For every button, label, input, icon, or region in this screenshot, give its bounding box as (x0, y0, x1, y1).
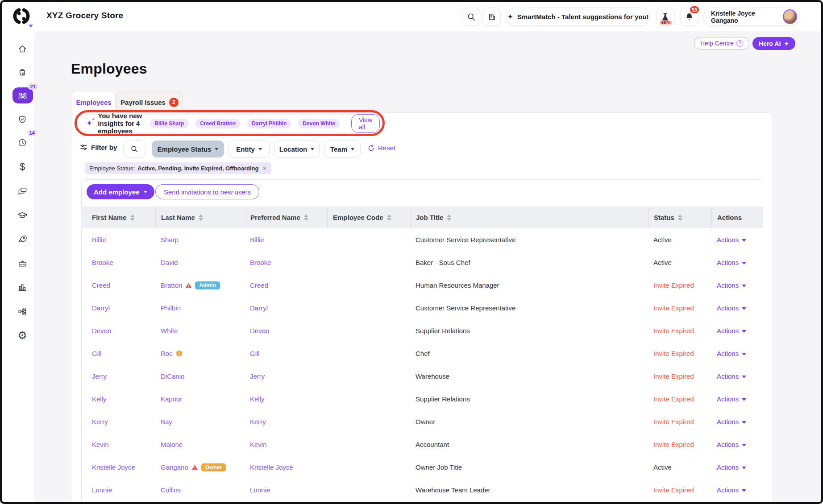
employee-preferred-name-link[interactable]: Kristelle Joyce (250, 463, 293, 471)
filter-employee-status[interactable]: Employee Status (152, 140, 224, 157)
row-actions-menu[interactable]: Actions (717, 441, 746, 448)
view-all-button[interactable]: View all (351, 114, 380, 133)
remove-filter-icon[interactable]: ✕ (262, 165, 267, 172)
employee-preferred-name-link[interactable]: Kevin (250, 441, 267, 448)
column-header-employee-code[interactable]: Employee Code (327, 207, 410, 228)
employee-last-name-link[interactable]: Bay (161, 418, 172, 426)
labs-button[interactable]: BETA (656, 8, 674, 26)
filter-entity[interactable]: Entity (229, 140, 270, 157)
employee-first-name-link[interactable]: Brooke (92, 259, 113, 266)
filter-reset-button[interactable]: Reset (368, 144, 395, 152)
send-invitations-button[interactable]: Send invitations to new users (155, 184, 259, 199)
row-actions-menu[interactable]: Actions (717, 395, 746, 403)
filter-team[interactable]: Team (324, 140, 361, 157)
column-header-job-title[interactable]: Job Title (410, 207, 648, 228)
employee-last-name-link[interactable]: Bratton (161, 281, 182, 289)
sidebar-item-benefits[interactable] (12, 254, 32, 272)
employee-first-name-link[interactable]: Jerry (92, 372, 107, 380)
column-header-first-name[interactable]: First Name (81, 207, 155, 228)
sidebar-item-messages[interactable] (12, 182, 32, 200)
employee-preferred-name-link[interactable]: Creed (250, 281, 268, 289)
sort-icon[interactable] (130, 215, 135, 221)
sort-icon[interactable] (199, 215, 203, 221)
row-actions-menu[interactable]: Actions (717, 372, 746, 380)
sort-icon[interactable] (387, 215, 391, 221)
row-actions-menu[interactable]: Actions (717, 418, 746, 426)
employee-last-name-link[interactable]: DiCanio (161, 372, 184, 380)
employee-last-name-link[interactable]: Malone (161, 441, 183, 448)
row-actions-menu[interactable]: Actions (717, 304, 746, 312)
employee-preferred-name-link[interactable]: Kelly (250, 395, 265, 403)
insight-chip[interactable]: Devon White (298, 119, 340, 128)
insight-chip[interactable]: Creed Bratton (195, 119, 240, 128)
company-switch-button[interactable] (482, 8, 501, 26)
cell-actions: Actions (711, 297, 763, 319)
tab-payroll-issues[interactable]: Payroll Issues 2 (116, 91, 183, 113)
row-actions-menu[interactable]: Actions (717, 463, 746, 471)
row-actions-menu[interactable]: Actions (717, 327, 746, 335)
row-actions-menu[interactable]: Actions (717, 259, 746, 266)
sidebar-item-shop[interactable] (12, 63, 32, 81)
employee-preferred-name-link[interactable]: Darryl (250, 304, 268, 312)
sidebar-item-home[interactable] (12, 40, 32, 58)
employee-preferred-name-link[interactable]: Kerry (250, 418, 266, 426)
employee-preferred-name-link[interactable]: Lonnie (250, 486, 270, 494)
insight-chip[interactable]: Darryl Philbin (247, 119, 291, 128)
tab-employees[interactable]: Employees (72, 91, 116, 113)
employee-first-name-link[interactable]: Gill (92, 350, 102, 357)
sidebar-item-settings[interactable]: ⚙ (12, 326, 32, 344)
employee-first-name-link[interactable]: Devon (92, 327, 111, 335)
sidebar-item-timesheets[interactable]: 14 (12, 134, 32, 152)
filter-search-button[interactable] (123, 140, 145, 157)
help-centre-button[interactable]: Help Centre ? (694, 37, 749, 50)
employee-preferred-name-link[interactable]: Brooke (250, 259, 271, 266)
employee-preferred-name-link[interactable]: Devon (250, 327, 269, 335)
sidebar-item-payroll[interactable]: $ (12, 158, 32, 176)
employee-first-name-link[interactable]: Creed (92, 281, 110, 289)
employee-preferred-name-link[interactable]: Billie (250, 236, 264, 244)
employee-first-name-link[interactable]: Darryl (92, 304, 110, 312)
employee-last-name-link[interactable]: David (161, 259, 178, 266)
employee-last-name-link[interactable]: Kapoor (161, 395, 182, 403)
row-actions-menu[interactable]: Actions (717, 350, 746, 357)
row-actions-menu[interactable]: Actions (717, 486, 746, 494)
employee-first-name-link[interactable]: Kevin (92, 441, 109, 448)
employee-last-name-link[interactable]: Collins (161, 486, 181, 494)
employee-last-name-link[interactable]: Gangano (161, 463, 188, 471)
sidebar-item-careers[interactable] (12, 230, 32, 248)
employee-first-name-link[interactable]: Kelly (92, 395, 107, 403)
org-switcher-caret-icon[interactable] (29, 25, 33, 28)
row-actions-menu[interactable]: Actions (717, 236, 746, 244)
employee-first-name-link[interactable]: Kristelle Joyce (92, 463, 135, 471)
smartmatch-banner-button[interactable]: ✦ SmartMatch - Talent suggestions for yo… (506, 8, 650, 26)
employee-last-name-link[interactable]: White (161, 327, 178, 335)
employee-first-name-link[interactable]: Lonnie (92, 486, 112, 494)
row-actions-menu[interactable]: Actions (717, 281, 746, 289)
sort-icon[interactable] (678, 215, 682, 221)
sidebar-item-compliance[interactable] (12, 111, 32, 128)
employee-last-name-link[interactable]: Roc (161, 350, 173, 357)
employee-first-name-link[interactable]: Billie (92, 236, 106, 244)
brand-logo[interactable] (12, 6, 32, 29)
notifications-button[interactable]: 53 (680, 8, 698, 26)
search-button[interactable] (462, 8, 480, 26)
employee-first-name-link[interactable]: Kerry (92, 418, 108, 426)
filter-location[interactable]: Location (274, 140, 320, 157)
sidebar-item-team-active[interactable]: 21 (12, 87, 33, 103)
column-header-preferred-name[interactable]: Preferred Name (245, 207, 327, 228)
add-employee-button[interactable]: Add employee (87, 184, 154, 199)
insight-chip[interactable]: Billie Sharp (150, 119, 188, 128)
sort-icon[interactable] (447, 215, 451, 221)
employee-last-name-link[interactable]: Philbin (161, 304, 181, 312)
hero-ai-button[interactable]: Hero AI ✦ (752, 37, 795, 50)
column-header-status[interactable]: Status (648, 207, 711, 228)
column-header-last-name[interactable]: Last Name (155, 207, 245, 228)
user-menu[interactable]: Kristelle Joyce Gangano (703, 8, 800, 26)
employee-preferred-name-link[interactable]: Jerry (250, 372, 265, 380)
sidebar-item-reports[interactable] (12, 278, 32, 296)
employee-preferred-name-link[interactable]: Gill (250, 350, 260, 357)
sidebar-item-learning[interactable] (12, 206, 32, 224)
sidebar-item-org-chart[interactable] (12, 302, 32, 320)
employee-last-name-link[interactable]: Sharp (161, 236, 179, 244)
sort-icon[interactable] (304, 215, 308, 221)
